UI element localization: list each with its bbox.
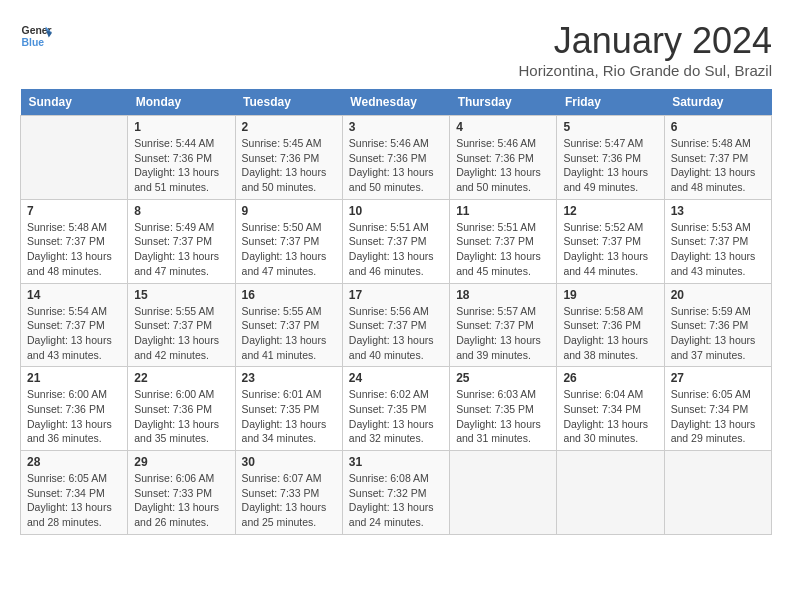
day-number: 30 (242, 455, 336, 469)
day-cell: 6Sunrise: 5:48 AMSunset: 7:37 PMDaylight… (664, 116, 771, 200)
week-row-5: 28Sunrise: 6:05 AMSunset: 7:34 PMDayligh… (21, 451, 772, 535)
day-number: 3 (349, 120, 443, 134)
day-info: Sunrise: 6:03 AMSunset: 7:35 PMDaylight:… (456, 387, 550, 446)
svg-text:Blue: Blue (22, 37, 45, 48)
day-number: 10 (349, 204, 443, 218)
day-info: Sunrise: 5:48 AMSunset: 7:37 PMDaylight:… (27, 220, 121, 279)
week-row-2: 7Sunrise: 5:48 AMSunset: 7:37 PMDaylight… (21, 199, 772, 283)
day-info: Sunrise: 5:55 AMSunset: 7:37 PMDaylight:… (134, 304, 228, 363)
day-cell (557, 451, 664, 535)
day-cell: 18Sunrise: 5:57 AMSunset: 7:37 PMDayligh… (450, 283, 557, 367)
day-info: Sunrise: 5:51 AMSunset: 7:37 PMDaylight:… (349, 220, 443, 279)
day-info: Sunrise: 5:46 AMSunset: 7:36 PMDaylight:… (456, 136, 550, 195)
day-number: 11 (456, 204, 550, 218)
day-cell: 10Sunrise: 5:51 AMSunset: 7:37 PMDayligh… (342, 199, 449, 283)
day-cell: 4Sunrise: 5:46 AMSunset: 7:36 PMDaylight… (450, 116, 557, 200)
day-info: Sunrise: 6:07 AMSunset: 7:33 PMDaylight:… (242, 471, 336, 530)
day-cell (21, 116, 128, 200)
day-cell: 28Sunrise: 6:05 AMSunset: 7:34 PMDayligh… (21, 451, 128, 535)
day-info: Sunrise: 5:48 AMSunset: 7:37 PMDaylight:… (671, 136, 765, 195)
day-cell: 15Sunrise: 5:55 AMSunset: 7:37 PMDayligh… (128, 283, 235, 367)
day-info: Sunrise: 5:59 AMSunset: 7:36 PMDaylight:… (671, 304, 765, 363)
day-number: 16 (242, 288, 336, 302)
day-info: Sunrise: 5:46 AMSunset: 7:36 PMDaylight:… (349, 136, 443, 195)
weekday-header-tuesday: Tuesday (235, 89, 342, 116)
day-info: Sunrise: 6:05 AMSunset: 7:34 PMDaylight:… (671, 387, 765, 446)
calendar-table: SundayMondayTuesdayWednesdayThursdayFrid… (20, 89, 772, 535)
day-cell: 31Sunrise: 6:08 AMSunset: 7:32 PMDayligh… (342, 451, 449, 535)
day-cell: 26Sunrise: 6:04 AMSunset: 7:34 PMDayligh… (557, 367, 664, 451)
location-subtitle: Horizontina, Rio Grande do Sul, Brazil (519, 62, 772, 79)
day-number: 13 (671, 204, 765, 218)
logo: General Blue (20, 20, 52, 52)
day-cell: 5Sunrise: 5:47 AMSunset: 7:36 PMDaylight… (557, 116, 664, 200)
logo-icon: General Blue (20, 20, 52, 52)
day-info: Sunrise: 5:52 AMSunset: 7:37 PMDaylight:… (563, 220, 657, 279)
weekday-header-saturday: Saturday (664, 89, 771, 116)
day-number: 22 (134, 371, 228, 385)
day-cell: 3Sunrise: 5:46 AMSunset: 7:36 PMDaylight… (342, 116, 449, 200)
day-number: 24 (349, 371, 443, 385)
day-info: Sunrise: 5:53 AMSunset: 7:37 PMDaylight:… (671, 220, 765, 279)
weekday-header-friday: Friday (557, 89, 664, 116)
day-cell: 25Sunrise: 6:03 AMSunset: 7:35 PMDayligh… (450, 367, 557, 451)
day-cell (450, 451, 557, 535)
day-cell: 1Sunrise: 5:44 AMSunset: 7:36 PMDaylight… (128, 116, 235, 200)
day-number: 18 (456, 288, 550, 302)
day-number: 29 (134, 455, 228, 469)
week-row-1: 1Sunrise: 5:44 AMSunset: 7:36 PMDaylight… (21, 116, 772, 200)
day-cell: 30Sunrise: 6:07 AMSunset: 7:33 PMDayligh… (235, 451, 342, 535)
day-cell: 23Sunrise: 6:01 AMSunset: 7:35 PMDayligh… (235, 367, 342, 451)
weekday-header-sunday: Sunday (21, 89, 128, 116)
day-number: 5 (563, 120, 657, 134)
day-info: Sunrise: 6:01 AMSunset: 7:35 PMDaylight:… (242, 387, 336, 446)
day-cell: 2Sunrise: 5:45 AMSunset: 7:36 PMDaylight… (235, 116, 342, 200)
day-info: Sunrise: 5:51 AMSunset: 7:37 PMDaylight:… (456, 220, 550, 279)
day-number: 26 (563, 371, 657, 385)
day-number: 17 (349, 288, 443, 302)
day-number: 2 (242, 120, 336, 134)
day-number: 7 (27, 204, 121, 218)
day-cell: 8Sunrise: 5:49 AMSunset: 7:37 PMDaylight… (128, 199, 235, 283)
day-cell: 20Sunrise: 5:59 AMSunset: 7:36 PMDayligh… (664, 283, 771, 367)
day-number: 1 (134, 120, 228, 134)
day-info: Sunrise: 6:05 AMSunset: 7:34 PMDaylight:… (27, 471, 121, 530)
day-info: Sunrise: 6:02 AMSunset: 7:35 PMDaylight:… (349, 387, 443, 446)
weekday-header-wednesday: Wednesday (342, 89, 449, 116)
day-info: Sunrise: 5:49 AMSunset: 7:37 PMDaylight:… (134, 220, 228, 279)
day-number: 15 (134, 288, 228, 302)
page-header: General Blue January 2024 Horizontina, R… (20, 20, 772, 79)
day-info: Sunrise: 5:44 AMSunset: 7:36 PMDaylight:… (134, 136, 228, 195)
day-number: 14 (27, 288, 121, 302)
day-number: 12 (563, 204, 657, 218)
weekday-header-monday: Monday (128, 89, 235, 116)
day-info: Sunrise: 5:57 AMSunset: 7:37 PMDaylight:… (456, 304, 550, 363)
day-number: 27 (671, 371, 765, 385)
day-number: 6 (671, 120, 765, 134)
day-info: Sunrise: 6:00 AMSunset: 7:36 PMDaylight:… (27, 387, 121, 446)
day-cell: 9Sunrise: 5:50 AMSunset: 7:37 PMDaylight… (235, 199, 342, 283)
day-number: 9 (242, 204, 336, 218)
day-info: Sunrise: 5:56 AMSunset: 7:37 PMDaylight:… (349, 304, 443, 363)
day-number: 8 (134, 204, 228, 218)
day-cell: 16Sunrise: 5:55 AMSunset: 7:37 PMDayligh… (235, 283, 342, 367)
day-cell (664, 451, 771, 535)
day-cell: 29Sunrise: 6:06 AMSunset: 7:33 PMDayligh… (128, 451, 235, 535)
day-number: 21 (27, 371, 121, 385)
day-info: Sunrise: 6:08 AMSunset: 7:32 PMDaylight:… (349, 471, 443, 530)
week-row-4: 21Sunrise: 6:00 AMSunset: 7:36 PMDayligh… (21, 367, 772, 451)
day-cell: 24Sunrise: 6:02 AMSunset: 7:35 PMDayligh… (342, 367, 449, 451)
weekday-header-row: SundayMondayTuesdayWednesdayThursdayFrid… (21, 89, 772, 116)
day-number: 19 (563, 288, 657, 302)
month-title: January 2024 (519, 20, 772, 62)
day-number: 4 (456, 120, 550, 134)
day-number: 31 (349, 455, 443, 469)
day-cell: 11Sunrise: 5:51 AMSunset: 7:37 PMDayligh… (450, 199, 557, 283)
week-row-3: 14Sunrise: 5:54 AMSunset: 7:37 PMDayligh… (21, 283, 772, 367)
day-info: Sunrise: 5:55 AMSunset: 7:37 PMDaylight:… (242, 304, 336, 363)
title-block: January 2024 Horizontina, Rio Grande do … (519, 20, 772, 79)
day-info: Sunrise: 6:06 AMSunset: 7:33 PMDaylight:… (134, 471, 228, 530)
day-info: Sunrise: 5:47 AMSunset: 7:36 PMDaylight:… (563, 136, 657, 195)
day-cell: 7Sunrise: 5:48 AMSunset: 7:37 PMDaylight… (21, 199, 128, 283)
day-number: 20 (671, 288, 765, 302)
